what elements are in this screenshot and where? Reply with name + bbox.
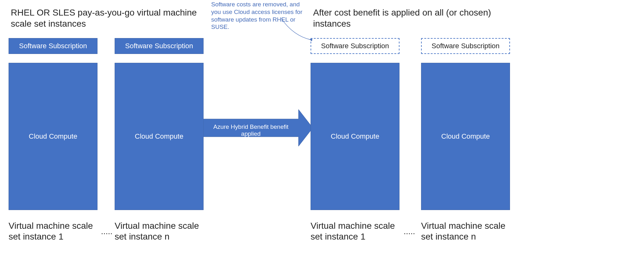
caption-instance-1-left: Virtual machine scale set instance 1 [9, 221, 97, 242]
heading-right: After cost benefit is applied on all (or… [313, 7, 497, 29]
caption-instance-1-right: Virtual machine scale set instance 1 [311, 221, 399, 242]
cloud-compute-box-4: Cloud Compute [421, 63, 510, 210]
hybrid-benefit-arrow: Azure Hybrid Benefit benefit applied [203, 109, 313, 148]
cloud-compute-box-1: Cloud Compute [9, 63, 97, 210]
software-subscription-box-filled-2: Software Subscription [115, 38, 204, 54]
caption-instance-n-left: Virtual machine scale set instance n [115, 221, 204, 242]
software-subscription-box-dashed-1: Software Subscription [311, 38, 399, 54]
arrow-label: Azure Hybrid Benefit benefit applied [203, 123, 299, 137]
cloud-compute-box-3: Cloud Compute [311, 63, 399, 210]
software-subscription-box-dashed-2: Software Subscription [421, 38, 510, 54]
cloud-compute-box-2: Cloud Compute [115, 63, 204, 210]
heading-left: RHEL OR SLES pay-as-you-go virtual machi… [11, 7, 208, 29]
software-subscription-box-filled-1: Software Subscription [9, 38, 97, 54]
ellipsis-left: ..... [101, 227, 112, 236]
ellipsis-right: ..... [404, 227, 415, 236]
caption-instance-n-right: Virtual machine scale set instance n [421, 221, 510, 242]
annotation-connector-arrow [279, 13, 318, 44]
